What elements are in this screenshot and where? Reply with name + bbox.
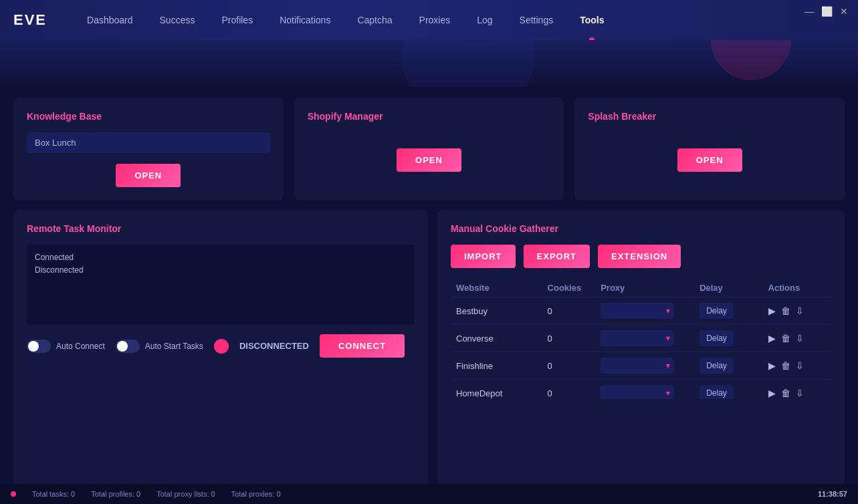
remote-task-monitor-title: Remote Task Monitor [27,223,415,234]
cell-proxy-2 [595,352,694,380]
table-row: Converse 0 Delay ▶ 🗑 ⇩ [451,325,831,352]
nav-captcha[interactable]: Captcha [344,9,405,31]
cell-actions-0: ▶ 🗑 ⇩ [763,297,831,325]
cell-actions-2: ▶ 🗑 ⇩ [763,352,831,380]
export-button[interactable]: EXPORT [524,245,590,268]
bottom-left: Remote Task Monitor Connected Disconnect… [13,210,428,504]
logo-text: EVE [13,11,47,28]
auto-connect-toggle[interactable] [27,340,51,353]
download-icon-3[interactable]: ⇩ [796,388,804,398]
main-content: Knowledge Base OPEN Shopify Manager OPEN… [0,87,858,504]
cell-delay-1: Delay [694,325,762,352]
cell-proxy-1 [595,325,694,352]
hero-decoration [0,40,858,87]
cell-proxy-0 [595,297,694,325]
nav-proxies[interactable]: Proxies [406,9,464,31]
nav-notifications[interactable]: Notifications [266,9,344,31]
proxy-dropdown-2[interactable] [601,358,674,374]
proxy-dropdown-3[interactable] [601,385,674,399]
delay-button-0[interactable]: Delay [700,303,734,319]
cell-website-1: Converse [451,325,542,352]
delete-icon-0[interactable]: 🗑 [781,305,790,316]
status-dot [214,339,229,354]
shopify-manager-card: Shopify Manager OPEN [294,98,564,201]
statusbar-proxies: Total proxies: 0 [231,490,281,498]
status-text: DISCONNECTED [239,341,309,351]
import-button[interactable]: IMPORT [451,245,516,268]
cell-cookies-1: 0 [542,325,596,352]
play-icon-3[interactable]: ▶ [768,388,776,398]
cell-proxy-3 [595,380,694,400]
nav-log[interactable]: Log [463,9,506,31]
statusbar-proxy-lists: Total proxy lists: 0 [156,490,215,498]
shopify-manager-open-button[interactable]: OPEN [397,148,461,172]
proxy-select-wrap-0 [601,303,674,319]
nav-success[interactable]: Success [146,9,209,31]
download-icon-0[interactable]: ⇩ [796,305,804,316]
cell-actions-3: ▶ 🗑 ⇩ [763,380,831,400]
statusbar-time: 11:38:57 [818,490,847,498]
auto-start-toggle[interactable] [116,340,140,353]
log-line-disconnected: Disconnected [35,264,407,277]
cell-delay-0: Delay [694,297,762,325]
cell-delay-2: Delay [694,352,762,380]
cell-actions-1: ▶ 🗑 ⇩ [763,325,831,352]
cell-delay-3: Delay [694,380,762,400]
knowledge-base-input[interactable] [27,132,270,153]
remote-task-controls: Auto Connect Auto Start Tasks DISCONNECT… [27,334,415,358]
knowledge-base-open-button[interactable]: OPEN [116,164,181,187]
cookie-table-body: Bestbuy 0 Delay ▶ 🗑 ⇩ [451,297,831,400]
navbar: EVE Dashboard Success Profiles Notificat… [0,0,858,40]
remote-task-monitor-card: Remote Task Monitor Connected Disconnect… [13,210,428,504]
extension-button[interactable]: EXTENSION [598,245,681,268]
proxy-select-wrap-3 [601,385,674,399]
log-line-connected: Connected [35,251,407,264]
col-website-header: Website [451,279,542,297]
nav-profiles[interactable]: Profiles [208,9,266,31]
manual-cookie-gatherer-card: Manual Cookie Gatherer IMPORT EXPORT EXT… [437,210,845,504]
delay-button-3[interactable]: Delay [700,385,734,399]
delete-icon-2[interactable]: 🗑 [781,360,790,371]
cell-website-2: Finishline [451,352,542,380]
download-icon-2[interactable]: ⇩ [796,360,804,371]
col-delay-header: Delay [694,279,762,297]
cell-cookies-3: 0 [542,380,596,400]
table-row: Bestbuy 0 Delay ▶ 🗑 ⇩ [451,297,831,325]
splash-breaker-card: Splash Breaker OPEN [574,98,845,201]
delay-button-1[interactable]: Delay [700,330,734,346]
auto-start-label: Auto Start Tasks [145,342,203,351]
table-header-row: Website Cookies Proxy Delay Actions [451,279,831,297]
statusbar-tasks: Total tasks: 0 [32,490,75,498]
delay-button-2[interactable]: Delay [700,358,734,374]
maximize-button[interactable]: ⬜ [821,5,833,17]
play-icon-1[interactable]: ▶ [768,333,776,344]
statusbar: Total tasks: 0 Total profiles: 0 Total p… [0,484,858,504]
mcg-action-buttons: IMPORT EXPORT EXTENSION [451,245,831,268]
proxy-dropdown-1[interactable] [601,330,674,346]
download-icon-1[interactable]: ⇩ [796,333,804,344]
table-row: Finishline 0 Delay ▶ 🗑 ⇩ [451,352,831,380]
proxy-select-wrap-2 [601,358,674,374]
bottom-section: Remote Task Monitor Connected Disconnect… [13,210,845,504]
proxy-select-wrap-1 [601,330,674,346]
col-cookies-header: Cookies [542,279,596,297]
nav-tools[interactable]: Tools [566,9,617,31]
hero-banner [0,40,858,87]
nav-settings[interactable]: Settings [506,9,567,31]
manual-cookie-gatherer-title: Manual Cookie Gatherer [451,223,831,234]
nav-dashboard[interactable]: Dashboard [74,9,146,31]
splash-breaker-open-button[interactable]: OPEN [677,148,742,172]
play-icon-2[interactable]: ▶ [768,360,776,371]
proxy-dropdown-0[interactable] [601,303,674,319]
auto-connect-knob [28,341,39,352]
auto-connect-label: Auto Connect [56,342,105,351]
delete-icon-3[interactable]: 🗑 [781,388,790,398]
top-cards-row: Knowledge Base OPEN Shopify Manager OPEN… [13,98,845,201]
connect-button[interactable]: CONNECT [320,334,405,358]
close-button[interactable]: ✕ [838,5,850,17]
play-icon-0[interactable]: ▶ [768,305,776,316]
minimize-button[interactable]: — [803,5,815,17]
cookie-table: Website Cookies Proxy Delay Actions Best… [451,279,831,399]
delete-icon-1[interactable]: 🗑 [781,333,790,344]
cookie-table-container: Website Cookies Proxy Delay Actions Best… [451,279,831,399]
